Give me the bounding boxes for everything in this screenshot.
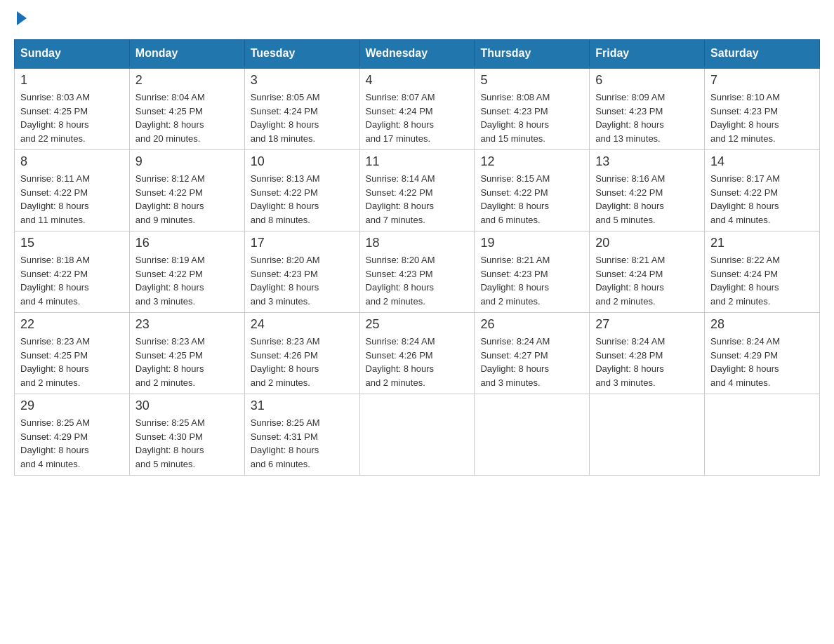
day-number: 19	[480, 236, 583, 250]
logo	[14, 14, 27, 25]
calendar-cell: 27Sunrise: 8:24 AMSunset: 4:28 PMDayligh…	[590, 313, 705, 394]
day-number: 6	[595, 73, 699, 88]
header-saturday: Saturday	[705, 40, 820, 68]
calendar-week-row: 8Sunrise: 8:11 AMSunset: 4:22 PMDaylight…	[15, 150, 820, 232]
day-info: Sunrise: 8:24 AMSunset: 4:29 PMDaylight:…	[710, 335, 814, 389]
calendar-cell: 6Sunrise: 8:09 AMSunset: 4:23 PMDaylight…	[590, 68, 705, 150]
day-info: Sunrise: 8:03 AMSunset: 4:25 PMDaylight:…	[20, 90, 124, 145]
day-number: 10	[251, 154, 354, 169]
calendar-cell: 12Sunrise: 8:15 AMSunset: 4:22 PMDayligh…	[475, 150, 590, 232]
day-info: Sunrise: 8:07 AMSunset: 4:24 PMDaylight:…	[366, 90, 469, 145]
calendar-cell	[705, 394, 820, 476]
calendar-cell: 14Sunrise: 8:17 AMSunset: 4:22 PMDayligh…	[705, 150, 820, 232]
calendar-cell: 9Sunrise: 8:12 AMSunset: 4:22 PMDaylight…	[129, 150, 244, 232]
calendar-cell	[590, 394, 705, 476]
day-info: Sunrise: 8:08 AMSunset: 4:23 PMDaylight:…	[480, 90, 583, 145]
day-number: 20	[595, 236, 699, 250]
calendar-cell: 21Sunrise: 8:22 AMSunset: 4:24 PMDayligh…	[705, 232, 820, 313]
calendar-cell: 1Sunrise: 8:03 AMSunset: 4:25 PMDaylight…	[15, 68, 130, 150]
day-info: Sunrise: 8:12 AMSunset: 4:22 PMDaylight:…	[135, 172, 239, 227]
calendar-cell	[359, 394, 475, 476]
calendar-week-row: 15Sunrise: 8:18 AMSunset: 4:22 PMDayligh…	[15, 232, 820, 313]
calendar-cell: 7Sunrise: 8:10 AMSunset: 4:23 PMDaylight…	[705, 68, 820, 150]
day-number: 25	[366, 317, 469, 332]
logo-arrow-icon	[17, 11, 27, 25]
calendar-cell: 28Sunrise: 8:24 AMSunset: 4:29 PMDayligh…	[705, 313, 820, 394]
day-number: 18	[366, 236, 469, 250]
day-info: Sunrise: 8:23 AMSunset: 4:25 PMDaylight:…	[135, 335, 239, 389]
day-number: 9	[135, 154, 239, 169]
calendar-cell: 17Sunrise: 8:20 AMSunset: 4:23 PMDayligh…	[244, 232, 359, 313]
calendar-cell: 13Sunrise: 8:16 AMSunset: 4:22 PMDayligh…	[590, 150, 705, 232]
day-number: 12	[480, 154, 583, 169]
calendar-cell: 8Sunrise: 8:11 AMSunset: 4:22 PMDaylight…	[15, 150, 130, 232]
day-number: 21	[710, 236, 814, 250]
calendar-cell: 26Sunrise: 8:24 AMSunset: 4:27 PMDayligh…	[475, 313, 590, 394]
day-info: Sunrise: 8:04 AMSunset: 4:25 PMDaylight:…	[135, 90, 239, 145]
calendar-cell: 22Sunrise: 8:23 AMSunset: 4:25 PMDayligh…	[15, 313, 130, 394]
day-info: Sunrise: 8:24 AMSunset: 4:27 PMDaylight:…	[480, 335, 583, 389]
calendar-cell: 25Sunrise: 8:24 AMSunset: 4:26 PMDayligh…	[359, 313, 475, 394]
calendar-cell: 18Sunrise: 8:20 AMSunset: 4:23 PMDayligh…	[359, 232, 475, 313]
day-number: 7	[710, 73, 814, 88]
day-number: 31	[251, 398, 354, 413]
day-number: 23	[135, 317, 239, 332]
day-info: Sunrise: 8:21 AMSunset: 4:24 PMDaylight:…	[595, 253, 699, 308]
day-number: 29	[20, 398, 124, 413]
day-info: Sunrise: 8:14 AMSunset: 4:22 PMDaylight:…	[366, 172, 469, 227]
header-monday: Monday	[129, 40, 244, 68]
day-info: Sunrise: 8:20 AMSunset: 4:23 PMDaylight:…	[251, 253, 354, 308]
day-number: 1	[20, 73, 124, 88]
day-info: Sunrise: 8:25 AMSunset: 4:29 PMDaylight:…	[20, 416, 124, 471]
day-info: Sunrise: 8:13 AMSunset: 4:22 PMDaylight:…	[251, 172, 354, 227]
day-info: Sunrise: 8:09 AMSunset: 4:23 PMDaylight:…	[595, 90, 699, 145]
calendar-cell: 29Sunrise: 8:25 AMSunset: 4:29 PMDayligh…	[15, 394, 130, 476]
day-number: 2	[135, 73, 239, 88]
calendar-header-row: Sunday Monday Tuesday Wednesday Thursday…	[15, 40, 820, 68]
page-header	[14, 14, 820, 25]
day-number: 17	[251, 236, 354, 250]
calendar-cell: 30Sunrise: 8:25 AMSunset: 4:30 PMDayligh…	[129, 394, 244, 476]
calendar-table: Sunday Monday Tuesday Wednesday Thursday…	[14, 39, 820, 476]
day-number: 8	[20, 154, 124, 169]
calendar-cell: 5Sunrise: 8:08 AMSunset: 4:23 PMDaylight…	[475, 68, 590, 150]
calendar-cell: 31Sunrise: 8:25 AMSunset: 4:31 PMDayligh…	[244, 394, 359, 476]
calendar-week-row: 1Sunrise: 8:03 AMSunset: 4:25 PMDaylight…	[15, 68, 820, 150]
day-number: 14	[710, 154, 814, 169]
calendar-cell: 20Sunrise: 8:21 AMSunset: 4:24 PMDayligh…	[590, 232, 705, 313]
calendar-cell: 4Sunrise: 8:07 AMSunset: 4:24 PMDaylight…	[359, 68, 475, 150]
calendar-cell: 23Sunrise: 8:23 AMSunset: 4:25 PMDayligh…	[129, 313, 244, 394]
day-info: Sunrise: 8:23 AMSunset: 4:26 PMDaylight:…	[251, 335, 354, 389]
day-info: Sunrise: 8:25 AMSunset: 4:31 PMDaylight:…	[251, 416, 354, 471]
day-info: Sunrise: 8:16 AMSunset: 4:22 PMDaylight:…	[595, 172, 699, 227]
day-number: 3	[251, 73, 354, 88]
day-number: 4	[366, 73, 469, 88]
calendar-cell: 24Sunrise: 8:23 AMSunset: 4:26 PMDayligh…	[244, 313, 359, 394]
day-number: 5	[480, 73, 583, 88]
day-number: 13	[595, 154, 699, 169]
day-info: Sunrise: 8:18 AMSunset: 4:22 PMDaylight:…	[20, 253, 124, 308]
calendar-week-row: 29Sunrise: 8:25 AMSunset: 4:29 PMDayligh…	[15, 394, 820, 476]
logo-blue-text	[14, 14, 27, 25]
calendar-cell: 15Sunrise: 8:18 AMSunset: 4:22 PMDayligh…	[15, 232, 130, 313]
day-info: Sunrise: 8:19 AMSunset: 4:22 PMDaylight:…	[135, 253, 239, 308]
calendar-cell: 3Sunrise: 8:05 AMSunset: 4:24 PMDaylight…	[244, 68, 359, 150]
day-info: Sunrise: 8:11 AMSunset: 4:22 PMDaylight:…	[20, 172, 124, 227]
header-tuesday: Tuesday	[244, 40, 359, 68]
day-number: 11	[366, 154, 469, 169]
day-number: 15	[20, 236, 124, 250]
day-number: 16	[135, 236, 239, 250]
day-info: Sunrise: 8:24 AMSunset: 4:26 PMDaylight:…	[366, 335, 469, 389]
calendar-cell: 16Sunrise: 8:19 AMSunset: 4:22 PMDayligh…	[129, 232, 244, 313]
day-number: 27	[595, 317, 699, 332]
calendar-week-row: 22Sunrise: 8:23 AMSunset: 4:25 PMDayligh…	[15, 313, 820, 394]
day-info: Sunrise: 8:17 AMSunset: 4:22 PMDaylight:…	[710, 172, 814, 227]
calendar-cell: 19Sunrise: 8:21 AMSunset: 4:23 PMDayligh…	[475, 232, 590, 313]
calendar-cell	[475, 394, 590, 476]
day-info: Sunrise: 8:20 AMSunset: 4:23 PMDaylight:…	[366, 253, 469, 308]
day-info: Sunrise: 8:10 AMSunset: 4:23 PMDaylight:…	[710, 90, 814, 145]
day-number: 22	[20, 317, 124, 332]
header-thursday: Thursday	[475, 40, 590, 68]
header-sunday: Sunday	[15, 40, 130, 68]
day-info: Sunrise: 8:22 AMSunset: 4:24 PMDaylight:…	[710, 253, 814, 308]
